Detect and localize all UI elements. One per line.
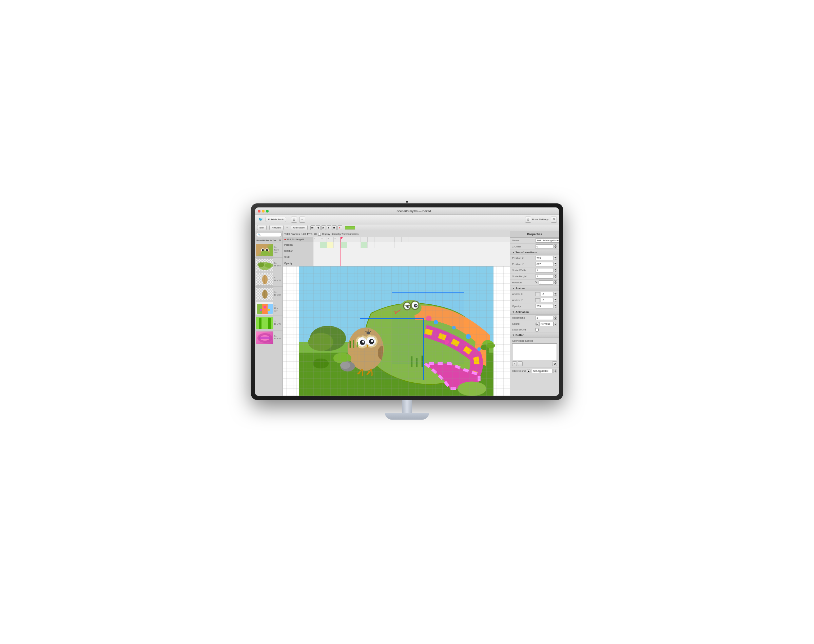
stepper-down[interactable]: ▼ [553, 324, 557, 326]
repetitions-value[interactable]: 1 [535, 316, 553, 320]
button-section-header[interactable]: ▼ Button [510, 333, 559, 338]
remove-sprite-button[interactable]: − [518, 361, 523, 366]
publish-icon: 🐦 [257, 216, 264, 223]
position-x-value[interactable]: 719 [535, 256, 553, 260]
track-cell[interactable] [313, 242, 320, 248]
track-cell[interactable] [320, 242, 327, 248]
stepper-down[interactable]: ▼ [553, 371, 557, 373]
svg-rect-14 [257, 304, 262, 314]
click-sound-play-button[interactable]: ▶ [527, 369, 531, 373]
stepper-down[interactable]: ▼ [553, 294, 557, 296]
anchor-x-value[interactable]: .5 [541, 292, 553, 296]
stepper-down[interactable]: ▼ [553, 264, 557, 266]
scale-width-stepper: ▲ ▼ [553, 268, 557, 273]
record-button[interactable]: ● [338, 225, 342, 230]
anchor-x-label: Anchor X [512, 293, 535, 296]
anchor-x-row: Anchor X .5 ▲ ▼ [510, 291, 559, 297]
scale-width-value[interactable]: 1 [535, 268, 553, 273]
total-frames-label: Total Frames [284, 233, 300, 236]
position-x-stepper: ▲ ▼ [553, 256, 557, 260]
connected-sprites-box[interactable] [512, 343, 557, 360]
fps-value: 20 [314, 233, 317, 236]
anchor-title: Anchor [516, 287, 525, 290]
stepper-down[interactable]: ▼ [553, 306, 557, 308]
stepper-down[interactable]: ▼ [553, 300, 557, 302]
svg-point-18 [268, 309, 270, 311]
sprite-list[interactable]: S... 122 x 285 [255, 243, 283, 396]
click-sound-value[interactable]: Not Applicable [532, 369, 553, 373]
anchor-y-value[interactable]: .5 [541, 298, 553, 302]
collapse-arrow: ▼ [512, 334, 515, 336]
settings-sprite-button[interactable]: ⚙ [552, 361, 557, 366]
transformations-section-header[interactable]: ▼ Transformations [510, 250, 559, 255]
preview-button[interactable]: Preview [269, 225, 284, 230]
svg-rect-21 [261, 317, 268, 329]
edit-button[interactable]: Edit [257, 225, 267, 230]
sound-play-button[interactable]: ▶ [535, 322, 539, 326]
add-sprite-button[interactable]: + [512, 361, 517, 366]
stepper-down[interactable]: ▼ [553, 282, 557, 284]
track-cell[interactable] [361, 242, 368, 248]
list-item[interactable]: S... 122 x 285 [255, 243, 283, 258]
track-label: Scale [283, 254, 313, 260]
position-y-value[interactable]: 887 [535, 262, 553, 267]
stop-button[interactable]: ⏹ [332, 225, 337, 230]
list-item[interactable]: S... 88 x 54 [255, 258, 283, 272]
list-item[interactable]: S... 26 x 377 [255, 301, 283, 316]
collapse-arrow: ▼ [512, 287, 515, 290]
list-item[interactable]: S... 19 x 82 [255, 287, 283, 301]
play-button[interactable]: ▶ [321, 225, 326, 230]
z-order-label: Z Order [512, 245, 535, 248]
step-back-button[interactable]: ◀ [316, 225, 321, 230]
track-cell[interactable] [368, 242, 375, 248]
stepper-down[interactable]: ▼ [553, 258, 557, 260]
checkbox[interactable] [318, 233, 321, 236]
minimize-button[interactable] [262, 210, 264, 213]
sprite-color-dot: ● [284, 238, 286, 241]
sound-value[interactable]: No Value [539, 322, 553, 326]
track-cell[interactable] [347, 242, 354, 248]
track-cell[interactable] [327, 242, 334, 248]
list-item[interactable]: S... 19 x 34 [255, 330, 283, 345]
button-title: Button [516, 334, 524, 337]
fps-indicator [345, 226, 355, 230]
stepper-down[interactable]: ▼ [553, 270, 557, 272]
monitor-stand [380, 400, 434, 427]
opacity-value[interactable]: 255 [535, 304, 553, 308]
sprite-search-input[interactable] [256, 232, 281, 237]
sprite-settings-icon[interactable]: ⚙ [279, 239, 281, 242]
scale-height-value[interactable]: 1 [535, 274, 553, 279]
maximize-button[interactable] [266, 210, 269, 213]
skip-start-button[interactable]: ⏮ [310, 225, 315, 230]
rotation-value[interactable]: 0 [539, 280, 553, 285]
name-value[interactable]: S03_SchlangeUnten [535, 238, 559, 243]
track-cell[interactable] [334, 242, 341, 248]
loop-sound-checkbox[interactable] [535, 328, 539, 331]
monitor-wrapper: Scene03.mytbs — Edited 🐦 Publish Book ⊞ … [251, 203, 563, 441]
stepper-down[interactable]: ▼ [553, 317, 557, 320]
publish-button[interactable]: Publish Book [266, 217, 286, 222]
track-cell[interactable] [388, 242, 395, 248]
animation-button[interactable]: Animation [291, 225, 308, 230]
track-cell[interactable] [375, 242, 381, 248]
list-item[interactable]: S... 19 x 75 [255, 316, 283, 330]
stepper-down[interactable]: ▼ [553, 276, 557, 278]
pause-button[interactable]: ⏸ [327, 225, 331, 230]
track-label: Position [283, 242, 313, 248]
scale-height-row: Scale Height 1 ▲ ▼ [510, 273, 559, 280]
playback-controls: ⏮ ◀ ▶ ⏸ ⏹ ● [310, 225, 342, 230]
close-button[interactable] [258, 210, 261, 213]
track-cell[interactable] [354, 242, 361, 248]
panel-toggle-icon[interactable]: ⧉ [551, 216, 557, 223]
track-cell[interactable] [381, 242, 388, 248]
list-item[interactable]: S... 19 x 78 [255, 272, 283, 287]
grid-icon[interactable]: ⊞ [291, 216, 297, 223]
svg-rect-24 [260, 337, 270, 339]
stepper-down[interactable]: ▼ [553, 247, 557, 248]
track-cell[interactable] [341, 242, 347, 248]
layout-icon[interactable]: ≡ [299, 216, 305, 223]
animation-section-header[interactable]: ▼ Animation [510, 310, 559, 315]
gear-icon[interactable]: ⚙ [525, 216, 531, 223]
z-order-value[interactable]: 0 [535, 244, 553, 249]
anchor-section-header[interactable]: ▼ Anchor [510, 286, 559, 291]
